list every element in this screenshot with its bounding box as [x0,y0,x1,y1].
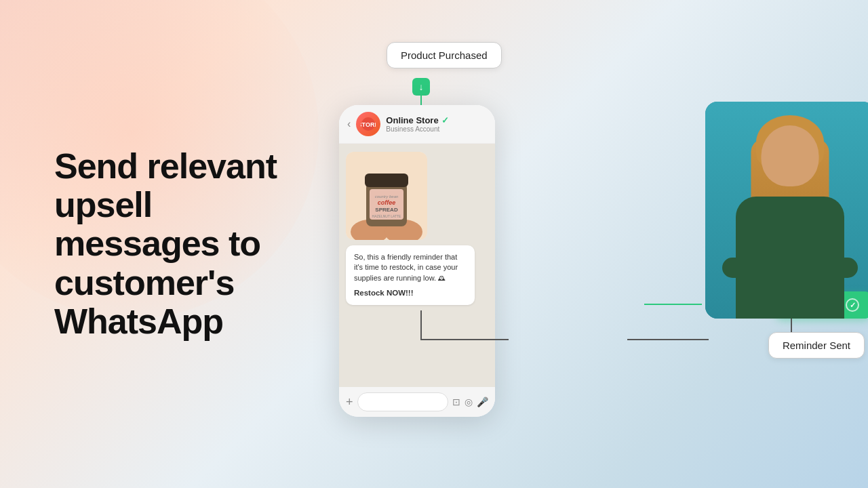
chat-input-area: + ⊡ ◎ 🎤 [339,387,495,417]
svg-text:coffee: coffee [378,199,395,206]
chat-body: country bean coffee SPREAD HAZELNUT LATT… [339,144,495,387]
person-silhouette [705,102,868,319]
store-name: Online Store ✓ [386,115,487,125]
back-arrow-icon: ‹ [347,118,351,130]
connector-horiz-bottom [420,339,509,340]
chat-action-icons: ⊡ ◎ 🎤 [452,396,488,407]
person-arms [722,258,858,278]
verified-icon: ✓ [441,115,449,125]
svg-rect-6 [365,174,408,187]
headline: Send relevant upsell messages to custome… [54,147,326,341]
trigger-node: Product Purchased [387,42,502,68]
store-avatar: STORE [356,112,380,136]
store-info: Online Store ✓ Business Account [386,115,487,133]
camera-icon: ⊡ [452,396,460,407]
mic-icon: 🎤 [477,396,488,407]
svg-text:country bean: country bean [375,195,399,199]
chat-header: ‹ STORE Online Store ✓ Business Account [339,105,495,144]
right-section: Product Purchased ↓ ‹ STORE Online Store [353,0,868,488]
person-photo [705,102,868,319]
connector-reminder-left [627,339,709,340]
product-illustration: country bean coffee SPREAD HAZELNUT LATT… [346,152,427,240]
add-icon: + [346,395,353,409]
chat-input-bar [357,392,448,411]
left-section: Send relevant upsell messages to custome… [0,147,353,341]
connector-to-purchased [644,304,702,305]
check-circle-icon: ✓ [846,298,859,312]
svg-text:STORE: STORE [361,121,376,128]
store-subtitle: Business Account [386,125,487,133]
connector-phone-bottom [420,310,422,339]
message-bubble: So, this a friendly reminder that it's t… [346,245,475,305]
svg-text:SPREAD: SPREAD [375,207,398,213]
product-image: country bean coffee SPREAD HAZELNUT LATT… [346,152,427,240]
image-icon: ◎ [465,396,473,407]
cta-text: Restock NOW!!! [354,287,467,298]
flow-arrow-down: ↓ [412,78,430,96]
phone-mockup: ‹ STORE Online Store ✓ Business Account [339,105,495,417]
main-content: Send relevant upsell messages to custome… [0,0,868,488]
svg-text:HAZELNUT LATTE: HAZELNUT LATTE [372,214,402,218]
store-icon: STORE [361,117,376,131]
person-face [762,125,819,186]
reminder-node: Reminder Sent [768,332,865,359]
